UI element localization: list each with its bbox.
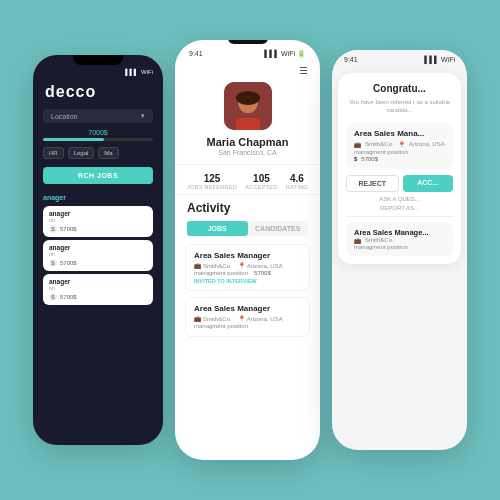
job-card-3[interactable]: anager on $ 5700$ [43, 274, 153, 305]
divider [346, 216, 453, 217]
briefcase-icon: 💼 [194, 262, 201, 269]
search-jobs-button[interactable]: RCH JOBS [43, 167, 153, 184]
briefcase-icon-3: 💼 [354, 141, 361, 148]
job-location: on [49, 251, 147, 257]
ji-company-col: 💼 Smith&Co. [194, 262, 232, 269]
congrats-modal: Congratu... You have been referred t as … [338, 73, 461, 264]
briefcase-icon-2: 💼 [194, 315, 201, 322]
ji-salary: 5700$ [254, 270, 271, 276]
avatar [224, 82, 272, 130]
company-row: 💼 Smith&Co. 📍 Arizona, USA [354, 141, 445, 148]
dropdown[interactable]: Location ▾ [43, 109, 153, 123]
role-3: managment position [354, 149, 408, 155]
svg-point-3 [236, 91, 260, 105]
job-location: on [49, 217, 147, 223]
tag-ma[interactable]: Ma [98, 147, 118, 159]
report-link[interactable]: REPORT AS... [346, 205, 453, 211]
job-item-2[interactable]: Area Sales Manager 💼 Smith&Co. 📍 Arizona… [185, 297, 310, 337]
ji-role-2: managment position [194, 323, 248, 329]
phone-profile: 9:41 ▌▌▌ WiFi 🔋 ☰ Maria Chapman San Fran… [175, 40, 320, 460]
congrat-subtitle: You have been referred t as a suitable c… [346, 98, 453, 115]
company-name: Smith&Co. [365, 141, 394, 147]
salary-3: 5700$ [361, 156, 378, 162]
ji-location: Arizona, USA [247, 263, 283, 269]
ji-row-1: 💼 Smith&Co. 📍 Arizona, USA [194, 262, 301, 269]
ji-title-1: Area Sales Manager [194, 251, 301, 260]
tag-legal[interactable]: Legal [68, 147, 95, 159]
location-icon-3: 📍 [398, 141, 405, 148]
activity-title: Activity [175, 201, 320, 221]
status-bar-3: 9:41 ▌▌▌ WiFi [332, 50, 467, 67]
user-location: San Francisco, CA [175, 149, 320, 156]
ji-row-3: 💼 Smith&Co. 📍 Arizona, USA [194, 315, 301, 322]
job-item-1[interactable]: Area Sales Manager 💼 Smith&Co. 📍 Arizona… [185, 244, 310, 291]
signal-icons: ▌▌▌ WiFi 🔋 [264, 50, 306, 58]
avatar-image [224, 82, 272, 130]
stat-label-rating: RATING [286, 184, 308, 190]
salary-value: 5700$ [60, 260, 77, 266]
salary-value: 5700$ [60, 294, 77, 300]
ji-company-col-2: 💼 Smith&Co. [194, 315, 232, 322]
section-manager: anager [33, 188, 163, 203]
congrat-title: Congratu... [346, 83, 453, 94]
area-sales-card: Area Sales Mana... 💼 Smith&Co. 📍 Arizona… [346, 123, 453, 169]
status-bar: ▌▌▌ WiFi [33, 65, 163, 77]
salary-row: $ 5700$ [49, 293, 147, 301]
bottom-role-row: managment position [354, 244, 445, 250]
menu-icon[interactable]: ☰ [175, 62, 320, 78]
notch-pill [228, 40, 268, 44]
tab-candidates[interactable]: CANDIDATES [248, 221, 309, 236]
ji-location-col-2: 📍 Arizona, USA [238, 315, 283, 322]
role-row: managment position [354, 149, 445, 155]
salary-label: 7000$ [43, 129, 153, 136]
chevron-down-icon: ▾ [141, 112, 145, 120]
ask-question-link[interactable]: ASK A QUES... [346, 196, 453, 202]
stat-num-accepted: 105 [245, 173, 277, 184]
job-card-2[interactable]: anager on $ 5700$ [43, 240, 153, 271]
ji-location-2: Arizona, USA [247, 316, 283, 322]
ji-role: managment position [194, 270, 248, 276]
time: 9:41 [189, 50, 203, 58]
notch [73, 55, 123, 65]
salary-icon: $ [49, 259, 57, 267]
reject-button[interactable]: REJECT [346, 175, 399, 192]
accept-button[interactable]: ACC... [403, 175, 454, 192]
bottom-job-card: Area Sales Manage... 💼 Smith&Co. managme… [346, 222, 453, 256]
job-location: on [49, 285, 147, 291]
salary-track [43, 138, 153, 141]
salary-value: 5700$ [60, 226, 77, 232]
stat-rating: 4.6 RATING [286, 173, 308, 190]
ji-location-col: 📍 Arizona, USA [238, 262, 283, 269]
tabs: JOBS CANDIDATES [187, 221, 308, 236]
tag-row: HR Legal Ma [33, 143, 163, 163]
job-title: anager [49, 210, 147, 217]
ji-company: Smith&Co. [203, 263, 232, 269]
signal-3: ▌▌▌ WiFi [424, 56, 455, 63]
signal-icon: ▌▌▌ [125, 69, 138, 75]
avatar-wrapper [175, 82, 320, 130]
location-icon: 📍 [238, 262, 245, 269]
stat-jobs: 125 JOBS REFERRED [187, 173, 237, 190]
stats-row: 125 JOBS REFERRED 105 ACCEPTED 4.6 RATIN… [175, 164, 320, 195]
action-buttons: REJECT ACC... [346, 175, 453, 192]
job-title: anager [49, 244, 147, 251]
dropdown-label: Location [51, 113, 77, 120]
salary-fill [43, 138, 104, 141]
stat-label-jobs: JOBS REFERRED [187, 184, 237, 190]
tag-hr[interactable]: HR [43, 147, 64, 159]
stat-accepted: 105 ACCEPTED [245, 173, 277, 190]
brand-name: decco [33, 77, 163, 105]
salary-bar: 7000$ [43, 129, 153, 141]
tab-jobs[interactable]: JOBS [187, 221, 248, 236]
bottom-company: Smith&Co. [365, 237, 394, 243]
location-icon-2: 📍 [238, 315, 245, 322]
ji-tag-invited: INVITED TO INTERVIEW [194, 278, 301, 284]
stat-num-rating: 4.6 [286, 173, 308, 184]
phone-congrats: 9:41 ▌▌▌ WiFi Congratu... You have been … [332, 50, 467, 450]
salary-row: $ 5700$ [49, 259, 147, 267]
svg-rect-4 [236, 118, 260, 130]
bottom-title: Area Sales Manage... [354, 228, 445, 237]
stat-label-accepted: ACCEPTED [245, 184, 277, 190]
ji-row-2: managment position 5700$ [194, 270, 301, 276]
job-card-1[interactable]: anager on $ 5700$ [43, 206, 153, 237]
